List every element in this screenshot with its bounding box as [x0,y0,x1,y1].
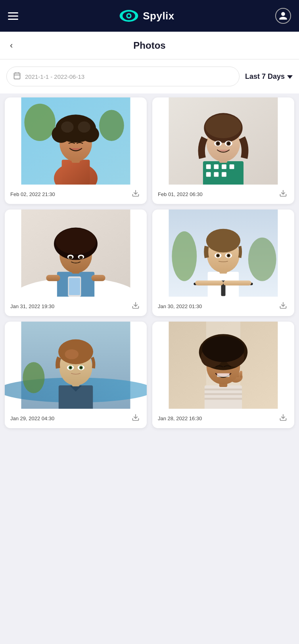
photo-timestamp: Jan 31, 2022 19:30 [10,303,54,309]
svg-rect-4 [14,73,20,79]
calendar-icon [13,72,21,82]
svg-rect-100 [240,371,242,377]
photo-info: Jan 31, 2022 19:30 [5,297,147,316]
svg-rect-45 [91,275,105,281]
photos-grid: Feb 02, 2022 21:30 [0,93,299,432]
date-range-input[interactable]: 2021-1-1 - 2022-06-13 [6,67,240,86]
svg-point-39 [227,142,230,145]
svg-point-18 [61,122,73,133]
photo-timestamp: Jan 28, 2022 16:30 [158,415,202,421]
photo-info: Jan 28, 2022 16:30 [152,409,294,428]
photo-thumbnail-3[interactable] [5,210,147,297]
svg-rect-28 [214,172,218,177]
svg-point-83 [65,349,79,359]
svg-point-59 [248,238,276,281]
photo-card-3: Jan 31, 2022 19:30 [5,210,147,316]
svg-rect-64 [223,280,251,286]
days-filter-dropdown[interactable]: Last 7 Days [245,72,293,81]
photo-thumbnail-1[interactable] [5,97,147,185]
app-container: Spylix ‹ Photos 2021-1-1 - 2022-06-13 [0,0,299,644]
photo-timestamp: Feb 01, 2022 06:30 [158,191,203,197]
svg-point-51 [56,228,96,254]
svg-point-33 [205,114,241,138]
date-range-text: 2021-1-1 - 2022-06-13 [25,73,84,80]
svg-point-53 [69,256,72,259]
svg-rect-29 [222,172,226,177]
svg-point-10 [99,110,124,141]
page-title: Photos [133,40,165,51]
spylix-logo-icon [119,10,139,22]
photo-thumbnail-6[interactable] [152,322,294,409]
svg-point-89 [80,367,82,369]
svg-rect-25 [222,164,226,169]
back-button[interactable]: ‹ [8,38,15,53]
svg-point-3 [128,15,130,17]
logo-container: Spylix [119,10,174,22]
svg-rect-23 [206,164,211,169]
svg-point-19 [78,122,90,133]
photo-card-5: Jan 29, 2022 04:30 [5,322,147,428]
photo-card-1: Feb 02, 2022 21:30 [5,97,147,204]
photo-info: Jan 30, 2022 01:30 [152,297,294,316]
photo-info: Feb 02, 2022 21:30 [5,185,147,204]
svg-point-55 [79,256,83,259]
svg-rect-26 [230,164,234,169]
photo-timestamp: Jan 29, 2022 04:30 [10,415,54,421]
download-button[interactable] [130,301,141,312]
svg-point-36 [217,142,219,145]
photo-timestamp: Feb 02, 2022 21:30 [10,191,55,197]
svg-rect-47 [69,278,80,295]
photo-card-4: Jan 30, 2022 01:30 [152,210,294,316]
svg-rect-96 [205,398,242,400]
photo-timestamp: Jan 30, 2022 01:30 [158,303,202,309]
photo-thumbnail-4[interactable] [152,210,294,297]
svg-rect-24 [214,164,218,169]
svg-rect-107 [217,373,229,377]
svg-point-86 [69,367,71,369]
download-button[interactable] [278,189,289,200]
page-header: ‹ Photos [0,32,299,59]
photo-info: Jan 29, 2022 04:30 [5,409,147,428]
svg-point-106 [202,336,245,362]
svg-point-77 [23,362,44,393]
download-button[interactable] [278,413,289,424]
header: Spylix [0,0,299,32]
hamburger-menu-icon[interactable] [8,12,18,20]
svg-point-58 [172,231,197,281]
svg-point-70 [217,255,219,257]
days-filter-label: Last 7 Days [245,72,285,81]
photo-thumbnail-5[interactable] [5,322,147,409]
profile-icon[interactable] [275,8,291,24]
photo-info: Feb 01, 2022 06:30 [152,185,294,204]
svg-point-73 [228,255,230,257]
svg-point-67 [206,229,240,253]
logo-text: Spylix [143,10,174,22]
chevron-down-icon [287,75,293,79]
svg-rect-44 [46,275,60,281]
photo-thumbnail-2[interactable] [152,97,294,185]
user-icon [278,11,288,21]
photo-card-6: Jan 28, 2022 16:30 [152,322,294,428]
svg-rect-12 [62,160,90,185]
photo-card-2: Feb 01, 2022 06:30 [152,97,294,204]
download-button[interactable] [130,413,141,424]
svg-rect-63 [195,280,223,286]
svg-rect-95 [205,393,242,395]
svg-rect-94 [205,389,242,391]
filter-bar: 2021-1-1 - 2022-06-13 Last 7 Days [0,59,299,93]
download-button[interactable] [130,189,141,200]
svg-rect-27 [206,172,211,177]
download-button[interactable] [278,301,289,312]
svg-point-9 [24,104,56,141]
